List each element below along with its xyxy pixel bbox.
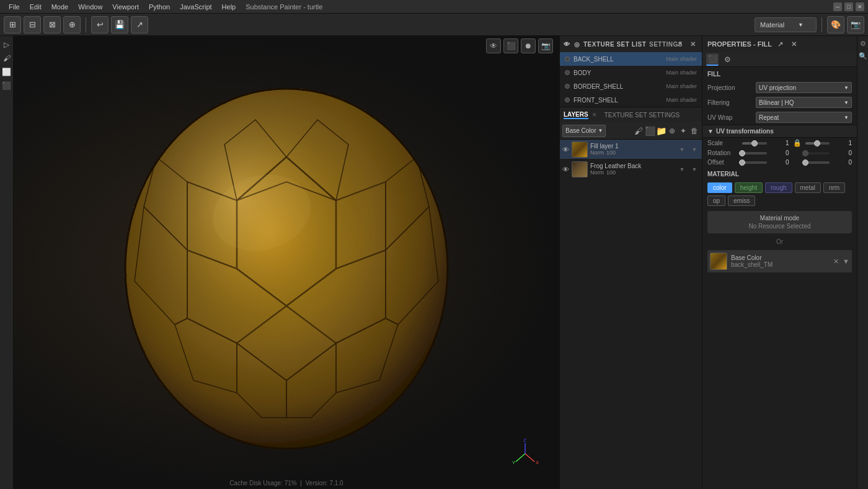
- chip-nrm[interactable]: nrm: [823, 182, 845, 193]
- delete-layer-btn[interactable]: 🗑: [689, 126, 699, 136]
- texture-set-list-header: 👁 ◎ TEXTURE SET LIST Settings ↗ ✕: [560, 36, 702, 52]
- menu-mode[interactable]: Mode: [46, 0, 74, 13]
- texture-set-list-close[interactable]: ✕: [688, 39, 698, 49]
- material-dropdown[interactable]: Material ▼: [755, 17, 817, 32]
- filtering-value: Bilinear | HQ: [759, 99, 843, 106]
- texture-set-item-body[interactable]: BODY Main shader: [560, 66, 702, 79]
- texture-set-item-back-shell[interactable]: BACK_SHELL Main shader: [560, 52, 702, 66]
- scale-thumb-y[interactable]: [814, 140, 820, 146]
- base-color-section-label: Base Color: [731, 254, 830, 261]
- vp-screenshot-btn[interactable]: 📷: [538, 38, 553, 53]
- uv-wrap-dropdown[interactable]: Repeat ▼: [756, 112, 852, 123]
- properties-tab-fill[interactable]: ⬛: [706, 53, 719, 66]
- menu-edit[interactable]: Edit: [25, 0, 46, 13]
- texture-set-item-border-shell[interactable]: BORDER_SHELL Main shader: [560, 79, 702, 93]
- export-button[interactable]: ↗: [131, 16, 148, 34]
- tool-fill[interactable]: ⬛: [1, 79, 13, 92]
- scale-lock-icon[interactable]: 🔒: [793, 139, 802, 147]
- layer-visibility-frog[interactable]: 👁: [562, 166, 569, 173]
- layers-section: LAYERS ✕ TEXTURE SET SETTINGS Base Color…: [560, 107, 702, 489]
- camera-btn[interactable]: 📷: [847, 16, 864, 34]
- shader-label-back-shell: Main shader: [666, 56, 697, 62]
- tool-select[interactable]: ▷: [1, 38, 13, 51]
- offset-slider-y[interactable]: [805, 161, 830, 164]
- uv-transform-expander[interactable]: ▼ UV transformations: [702, 125, 857, 138]
- offset-label: Offset: [707, 159, 738, 166]
- rotation-thumb-2[interactable]: [802, 150, 808, 156]
- close-button[interactable]: ✕: [856, 2, 864, 11]
- vp-camera-btn[interactable]: ⬛: [503, 38, 518, 53]
- edge-icon-2[interactable]: 🔍: [858, 51, 868, 61]
- layer-item-frog-leather[interactable]: 👁 Frog Leather Back Norm 100 ▼ ▼: [560, 159, 702, 179]
- tool-btn-4[interactable]: ⊕: [63, 16, 81, 34]
- base-color-label: Base Color: [565, 127, 596, 134]
- rotation-thumb[interactable]: [739, 150, 745, 156]
- add-fill-layer-btn[interactable]: ⬛: [645, 126, 655, 136]
- add-mask-btn[interactable]: ⊕: [667, 126, 677, 136]
- menu-viewport[interactable]: Viewport: [107, 0, 144, 13]
- base-color-dropdown[interactable]: Base Color ▼: [562, 125, 606, 137]
- texture-set-settings-btn[interactable]: Settings: [661, 39, 671, 49]
- menu-python[interactable]: Python: [144, 0, 175, 13]
- menu-javascript[interactable]: JavaScript: [175, 0, 216, 13]
- chip-emis[interactable]: emiss: [728, 195, 755, 206]
- add-paint-layer-btn[interactable]: 🖌: [634, 126, 644, 136]
- scale-slider-y[interactable]: [805, 142, 830, 145]
- chip-color[interactable]: color: [707, 182, 732, 193]
- base-color-remove-btn[interactable]: ✕: [833, 258, 839, 266]
- filtering-dropdown[interactable]: Bilinear | HQ ▼: [756, 97, 852, 108]
- layer-item-fill-1[interactable]: 👁 Fill layer 1 Norm 100 ▼ ▼: [560, 140, 702, 159]
- effects-btn[interactable]: ✦: [678, 126, 688, 136]
- visibility-dot-back-shell: [565, 56, 570, 61]
- offset-slider-x[interactable]: [742, 161, 767, 164]
- undo-button[interactable]: ↩: [91, 16, 108, 34]
- save-button[interactable]: 💾: [111, 16, 128, 34]
- viewport-background: [14, 36, 559, 489]
- base-color-resource-name: back_shell_TM: [731, 261, 830, 268]
- view-mode-btn[interactable]: 🎨: [827, 16, 844, 34]
- tool-eraser[interactable]: ⬜: [1, 66, 13, 78]
- right-edge-icons: ⚙ 🔍: [857, 36, 868, 489]
- scale-slider-x[interactable]: [742, 142, 767, 145]
- tool-paint[interactable]: 🖌: [1, 52, 13, 65]
- texture-set-settings-tab[interactable]: TEXTURE SET SETTINGS: [604, 112, 680, 119]
- tool-btn-3[interactable]: ⊠: [43, 16, 61, 34]
- texture-set-item-front-shell[interactable]: FRONT_SHELL Main shader: [560, 93, 702, 107]
- viewport[interactable]: 👁 ⬛ ⏺ 📷 X Y Z Cache Disk Usage: 71% | Ve…: [14, 36, 559, 489]
- edge-icon-1[interactable]: ⚙: [858, 38, 868, 48]
- chip-rough[interactable]: rough: [765, 182, 792, 193]
- texture-set-list-expand[interactable]: ↗: [675, 39, 684, 49]
- offset-thumb-x[interactable]: [739, 159, 745, 166]
- menu-file[interactable]: File: [4, 0, 25, 13]
- menu-window[interactable]: Window: [73, 0, 107, 13]
- rotation-slider-2[interactable]: [805, 152, 830, 155]
- tool-btn-2[interactable]: ⊟: [24, 16, 41, 34]
- minimize-button[interactable]: ─: [833, 2, 842, 11]
- layer-blend-arrow-fill-1[interactable]: ▼: [677, 145, 687, 155]
- layer-blend-arrow-frog[interactable]: ▼: [677, 164, 687, 174]
- rotation-slider[interactable]: [742, 152, 767, 155]
- grid-tool-button[interactable]: ⊞: [4, 16, 21, 34]
- properties-close-btn[interactable]: ✕: [789, 39, 799, 49]
- chip-metal[interactable]: metal: [795, 182, 821, 193]
- properties-tab-settings[interactable]: ⚙: [721, 53, 733, 66]
- maximize-button[interactable]: □: [844, 2, 853, 11]
- projection-dropdown[interactable]: UV projection ▼: [756, 82, 852, 93]
- menu-help[interactable]: Help: [217, 0, 241, 13]
- scale-thumb-x[interactable]: [751, 140, 758, 146]
- layer-visibility-fill-1[interactable]: 👁: [562, 146, 569, 153]
- layer-opacity-arrow-frog[interactable]: ▼: [689, 164, 699, 174]
- chip-height[interactable]: height: [735, 182, 763, 193]
- layer-opacity-frog: 100: [606, 169, 616, 176]
- layer-opacity-arrow-fill-1[interactable]: ▼: [689, 145, 699, 155]
- chip-op[interactable]: op: [707, 195, 725, 206]
- offset-thumb-y[interactable]: [802, 159, 808, 166]
- vp-eye-btn[interactable]: 👁: [486, 38, 501, 53]
- texture-set-name-front-shell: FRONT_SHELL: [574, 97, 618, 104]
- layers-tab-close[interactable]: ✕: [592, 112, 597, 118]
- properties-expand-btn[interactable]: ↗: [776, 39, 786, 49]
- base-color-expand-btn[interactable]: ▼: [843, 258, 849, 265]
- vp-record-btn[interactable]: ⏺: [521, 38, 536, 53]
- layers-tab[interactable]: LAYERS: [564, 111, 588, 119]
- add-folder-btn[interactable]: 📁: [656, 126, 666, 136]
